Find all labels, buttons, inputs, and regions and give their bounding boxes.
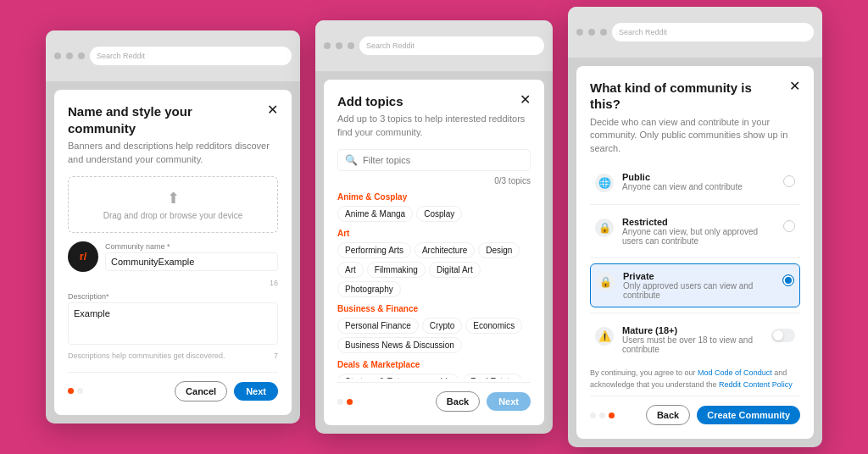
card3-mature-toggle[interactable]: [771, 329, 795, 342]
card2-dot2: [347, 399, 353, 405]
card2-bar-dot3: [348, 42, 354, 49]
card1-upload-area[interactable]: ⬆ Drag and drop or browse your device: [68, 176, 278, 233]
card3-public-radio[interactable]: [783, 175, 795, 187]
card3-mature-name: Mature (18+): [622, 325, 763, 335]
card3-public-icon: 🌐: [595, 174, 614, 192]
bar-search-text: Search Reddit: [97, 52, 145, 60]
card1-char-count: 16: [68, 279, 278, 287]
card3-community-type: Search Reddit What kind of community is …: [568, 7, 822, 447]
bar-search-box[interactable]: Search Reddit: [90, 47, 292, 65]
card3-dot1: [590, 412, 596, 418]
tag-art[interactable]: Art: [337, 262, 364, 278]
card2-dot1: [337, 399, 343, 405]
card2-search-input[interactable]: [363, 155, 523, 165]
tag-business-news[interactable]: Business News & Discussion: [337, 337, 462, 353]
card2-tags-art: Performing Arts Architecture Design Art …: [337, 242, 531, 297]
card3-restricted-name: Restricted: [622, 217, 775, 227]
tag-real-estate[interactable]: Real Estate: [463, 374, 522, 379]
card3-top-bar: Search Reddit: [568, 7, 822, 58]
card3-restricted-radio[interactable]: [783, 220, 795, 232]
card3-mature-desc: Users must be over 18 to view and contri…: [622, 335, 763, 354]
tag-crypto[interactable]: Crypto: [422, 318, 462, 334]
card1-top-bar: Search Reddit: [46, 30, 300, 81]
card1-desc-input[interactable]: Example: [68, 302, 278, 345]
card3-mature-toggle-knob: [773, 330, 783, 340]
card3-dot2: [599, 412, 605, 418]
card1-close-button[interactable]: ✕: [267, 103, 278, 117]
card2-tags-business: Personal Finance Crypto Economics Busine…: [337, 318, 531, 353]
card2-bar-dot1: [324, 42, 331, 49]
tag-anime-manga[interactable]: Anime & Manga: [337, 206, 413, 222]
card3-option-private[interactable]: 🔒 Private Only approved users can view a…: [590, 263, 800, 307]
card2-top-bar: Search Reddit: [315, 20, 553, 71]
card3-modal-inner: What kind of community is this? ✕ Decide…: [576, 66, 814, 439]
card1-modal-inner: Name and style your community ✕ Banners …: [54, 90, 292, 415]
card1-dot1: [68, 388, 74, 394]
card3-create-button[interactable]: Create Community: [697, 406, 800, 424]
bar-dot2: [66, 53, 73, 59]
card3-restricted-desc: Anyone can view, but only approved users…: [622, 227, 775, 246]
tag-photography[interactable]: Photography: [337, 281, 401, 297]
tag-filmmaking[interactable]: Filmmaking: [367, 262, 426, 278]
tag-performing-arts[interactable]: Performing Arts: [337, 242, 411, 258]
card2-topic-count: 0/3 topics: [337, 176, 531, 185]
card3-back-button[interactable]: Back: [646, 405, 690, 425]
tag-digital-art[interactable]: Digital Art: [429, 262, 481, 278]
bar-dot3: [78, 53, 85, 59]
card1-cancel-button[interactable]: Cancel: [175, 381, 227, 401]
card2-search-box[interactable]: 🔍: [337, 149, 531, 171]
card2-back-button[interactable]: Back: [436, 391, 480, 412]
card3-mature-icon: ⚠️: [595, 327, 614, 346]
card2-bar-search[interactable]: Search Reddit: [359, 36, 544, 55]
card3-restricted-icon: 🔒: [595, 219, 614, 237]
card3-bar-dot3: [600, 29, 607, 36]
card1-name-label: Community name *: [105, 242, 278, 251]
card3-mature-info: Mature (18+) Users must be over 18 to vi…: [622, 325, 763, 354]
card2-bar-search-text: Search Reddit: [366, 42, 415, 50]
card1-name-style: Search Reddit Name and style your commun…: [46, 30, 300, 424]
card2-close-button[interactable]: ✕: [520, 93, 531, 107]
card1-dots: [68, 388, 168, 394]
card1-title: Name and style your community: [68, 103, 260, 136]
card3-close-button[interactable]: ✕: [789, 80, 800, 93]
card3-bar-search[interactable]: Search Reddit: [612, 23, 814, 42]
tag-economics[interactable]: Economics: [465, 318, 522, 334]
tag-design[interactable]: Design: [478, 242, 520, 258]
card3-private-radio[interactable]: [782, 274, 794, 286]
card1-name-input[interactable]: [105, 252, 278, 271]
card3-dots: [590, 412, 639, 418]
card3-restricted-info: Restricted Anyone can view, but only app…: [622, 217, 775, 246]
tag-startups[interactable]: Startups & Entrepreneurship: [337, 374, 459, 379]
card2-header: Add topics ✕: [337, 93, 531, 110]
card1-footer: Cancel Next: [68, 372, 278, 401]
card2-add-topics: Search Reddit Add topics ✕ Add up to 3 t…: [315, 20, 553, 434]
card3-divider1: [590, 204, 800, 205]
card3-bar-dot1: [576, 29, 583, 36]
card1-desc-char-count: 7: [274, 352, 278, 360]
card2-topics-scroll: Anime & Cosplay Anime & Manga Cosplay Ar…: [337, 192, 531, 379]
card1-desc-hint: Descriptions help communities get discov…: [68, 352, 225, 360]
tag-personal-finance[interactable]: Personal Finance: [337, 318, 419, 334]
card3-private-info: Private Only approved users can view and…: [623, 271, 774, 300]
card3-subtitle: Decide who can view and contribute in yo…: [590, 116, 800, 155]
card3-divider3: [590, 313, 800, 313]
card3-bar-dot2: [588, 29, 595, 36]
card2-section-art: Art: [337, 229, 531, 238]
card3-public-name: Public: [622, 172, 775, 182]
card2-section-deals: Deals & Marketplace: [337, 360, 531, 369]
card3-footer: Back Create Community: [590, 396, 800, 425]
card1-dot2: [77, 388, 83, 394]
tag-cosplay[interactable]: Cosplay: [416, 206, 462, 222]
card3-option-mature[interactable]: ⚠️ Mature (18+) Users must be over 18 to…: [590, 318, 800, 361]
card3-dot3: [609, 412, 615, 418]
bar-dot1: [54, 53, 61, 59]
card1-next-button[interactable]: Next: [234, 382, 278, 401]
card3-option-restricted[interactable]: 🔒 Restricted Anyone can view, but only a…: [590, 210, 800, 252]
card3-public-info: Public Anyone can view and contribute: [622, 172, 775, 191]
card3-content-policy-link[interactable]: Reddit Content Policy: [719, 380, 793, 389]
card3-option-public[interactable]: 🌐 Public Anyone can view and contribute: [590, 165, 800, 199]
card2-subtitle: Add up to 3 topics to help interested re…: [337, 113, 531, 139]
card2-next-button[interactable]: Next: [487, 392, 531, 411]
tag-architecture[interactable]: Architecture: [415, 242, 475, 258]
card3-mod-code-link[interactable]: Mod Code of Conduct: [698, 368, 772, 377]
